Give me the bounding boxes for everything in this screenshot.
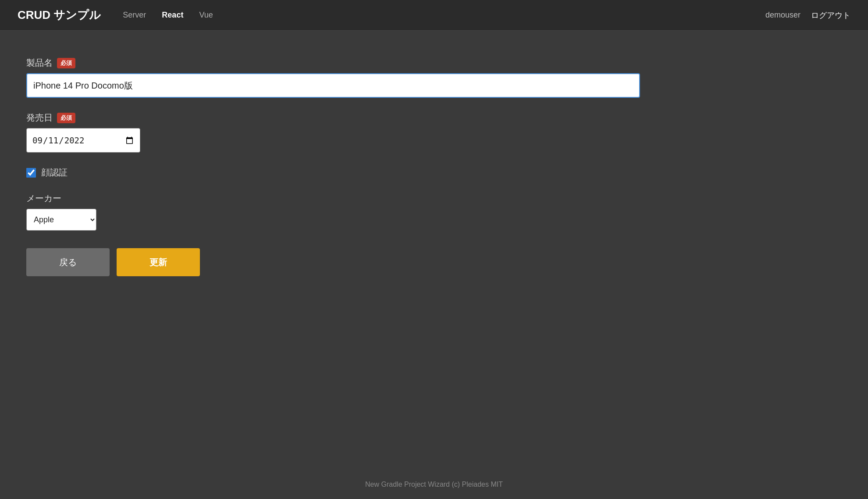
product-name-label: 製品名 <box>26 57 53 69</box>
navbar-brand: CRUD サンプル <box>18 7 101 23</box>
release-date-required-badge: 必須 <box>57 113 75 123</box>
release-date-label: 発売日 <box>26 112 53 124</box>
navbar-links: Server React Vue <box>123 11 765 20</box>
face-auth-label: 顔認証 <box>41 167 68 178</box>
button-row: 戻る 更新 <box>26 248 842 276</box>
update-button[interactable]: 更新 <box>117 248 200 276</box>
product-name-group: 製品名 必須 <box>26 57 842 98</box>
product-name-label-row: 製品名 必須 <box>26 57 842 69</box>
face-auth-row: 顔認証 <box>26 167 842 178</box>
maker-group: メーカー Apple Samsung Google Sony <box>26 192 842 231</box>
nav-link-vue[interactable]: Vue <box>199 11 213 20</box>
release-date-label-row: 発売日 必須 <box>26 112 842 124</box>
nav-link-react[interactable]: React <box>162 11 183 20</box>
navbar: CRUD サンプル Server React Vue demouser ログアウ… <box>0 0 868 31</box>
nav-link-server[interactable]: Server <box>123 11 146 20</box>
release-date-group: 発売日 必須 <box>26 112 842 153</box>
footer-text: New Gradle Project Wizard (c) Pleiades M… <box>365 481 503 488</box>
footer: New Gradle Project Wizard (c) Pleiades M… <box>0 481 868 488</box>
face-auth-checkbox[interactable] <box>26 168 36 178</box>
product-name-required-badge: 必須 <box>57 58 75 68</box>
back-button[interactable]: 戻る <box>26 248 110 276</box>
navbar-username: demouser <box>765 11 800 20</box>
release-date-input[interactable] <box>26 128 140 153</box>
maker-label: メーカー <box>26 192 842 204</box>
product-name-input[interactable] <box>26 73 640 98</box>
logout-button[interactable]: ログアウト <box>811 10 850 21</box>
maker-select[interactable]: Apple Samsung Google Sony <box>26 209 96 231</box>
navbar-right: demouser ログアウト <box>765 10 850 21</box>
main-content: 製品名 必須 発売日 必須 顔認証 メーカー Apple Samsung Goo… <box>0 31 868 294</box>
